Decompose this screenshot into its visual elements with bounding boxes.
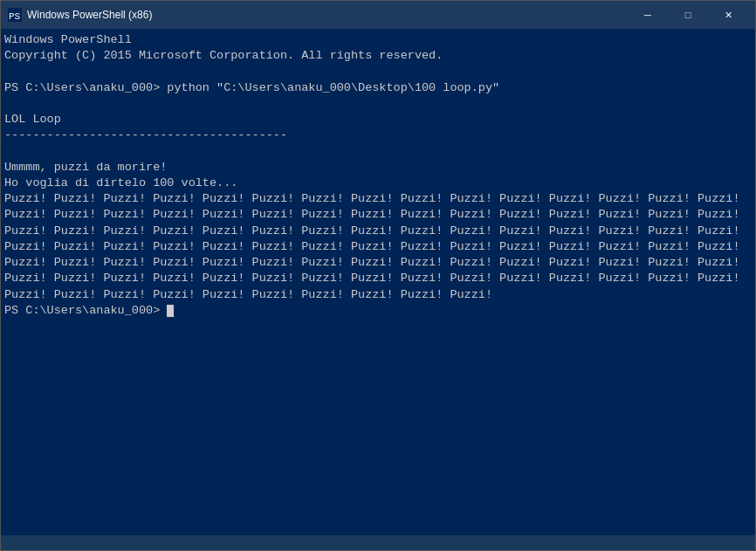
powershell-window: PS Windows PowerShell (x86) ─ □ ✕ Window…: [0, 0, 756, 551]
titlebar: PS Windows PowerShell (x86) ─ □ ✕: [1, 1, 755, 29]
app-icon: PS: [8, 8, 22, 22]
svg-text:PS: PS: [9, 11, 21, 22]
app-window: PS Windows PowerShell (x86) ─ □ ✕ Window…: [0, 0, 756, 551]
cursor: [167, 305, 174, 317]
horizontal-scrollbar[interactable]: [1, 535, 755, 550]
terminal-output[interactable]: Windows PowerShell Copyright (C) 2015 Mi…: [1, 29, 755, 535]
window-controls: ─ □ ✕: [628, 1, 748, 29]
window-title: Windows PowerShell (x86): [27, 9, 628, 21]
close-button[interactable]: ✕: [708, 1, 748, 29]
maximize-button[interactable]: □: [668, 1, 708, 29]
minimize-button[interactable]: ─: [628, 1, 668, 29]
